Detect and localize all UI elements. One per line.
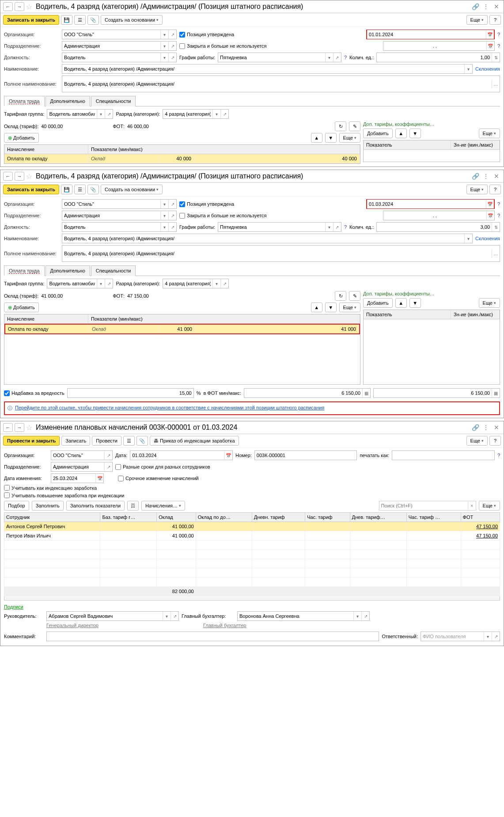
favorite-icon[interactable]: ☆ (26, 424, 32, 432)
save-button[interactable]: 💾 (61, 185, 72, 194)
doc-date-field[interactable]: 📅 (130, 450, 233, 460)
down-button[interactable]: ▼ (409, 129, 421, 138)
more-button[interactable]: Еще (466, 436, 488, 446)
table-button[interactable]: ☶ (127, 501, 139, 511)
col-header[interactable]: ФОТ (461, 513, 500, 522)
attach-button[interactable]: 📎 (136, 436, 148, 446)
calc-icon[interactable]: ▦ (492, 389, 500, 397)
dropdown-icon[interactable]: ▾ (97, 110, 105, 118)
more-icon[interactable]: ⋮ (481, 424, 490, 431)
idx-check[interactable]: Учитывать как индексацию заработка (4, 485, 97, 491)
qty-field[interactable]: ⇅ (376, 53, 500, 62)
col-header[interactable]: Сотрудник (4, 513, 100, 522)
accruals-button[interactable]: Начисления… (141, 501, 185, 511)
back-button[interactable]: ← (3, 423, 13, 432)
tab-pay[interactable]: Оплата труда (4, 265, 45, 276)
save-button[interactable]: 💾 (61, 15, 72, 25)
accountant-field[interactable]: ▾↗ (237, 611, 370, 621)
doc-button[interactable]: ☰ (74, 15, 86, 25)
accountant-pos-link[interactable]: Главный бухгалтер (203, 623, 246, 628)
closed-check[interactable]: Закрыта и больше не используется (179, 43, 267, 49)
approved-check[interactable]: Позиция утверждена (179, 201, 234, 207)
create-based-button[interactable]: Создать на основании (101, 15, 163, 25)
add-extra-button[interactable]: Добавить (363, 298, 393, 308)
diff-dates-check[interactable]: Разные сроки для разных сотрудников (115, 464, 210, 470)
more-button[interactable]: Еще (466, 185, 488, 194)
col-header[interactable]: Баз. тариф г… (100, 513, 157, 522)
up-button[interactable]: ▲ (395, 129, 407, 138)
close-icon[interactable]: ✕ (492, 424, 501, 431)
dept-field[interactable]: ▾↗ (62, 41, 177, 51)
open-icon[interactable]: ↗ (168, 42, 176, 50)
stepper-icon[interactable]: ⇅ (492, 53, 500, 62)
col-header[interactable]: Дневн. тариф (252, 513, 305, 522)
help-link[interactable]: ? (497, 43, 500, 49)
fullname-field[interactable]: … (62, 76, 500, 92)
fullname-field[interactable]: … (62, 245, 500, 262)
forward-button[interactable]: → (15, 2, 24, 11)
dept-field[interactable]: ↗ (51, 462, 113, 472)
attach-button[interactable]: 📎 (87, 15, 99, 25)
open-icon[interactable]: ↗ (220, 110, 228, 118)
close-icon[interactable]: ✕ (492, 3, 501, 11)
back-button[interactable]: ← (3, 172, 13, 181)
tab-spec[interactable]: Специальности (91, 265, 136, 276)
refresh-button[interactable]: ↻ (335, 121, 346, 131)
idx2-check[interactable]: Учитывать повышение заработка при индекс… (4, 492, 124, 498)
declension-link[interactable]: Склонения (475, 236, 500, 241)
save-close-button[interactable]: Записать и закрыть (3, 15, 59, 25)
forward-button[interactable]: → (15, 423, 24, 432)
print-button[interactable]: 🖶 Приказ об индексации заработка (150, 436, 239, 446)
link-icon[interactable]: 🔗 (471, 424, 480, 431)
col-header[interactable]: Час. тариф (305, 513, 350, 522)
up-button[interactable]: ▲ (311, 133, 322, 143)
more-button[interactable]: Еще (479, 129, 500, 138)
urgent-check[interactable]: Срочное изменение начислений (118, 476, 199, 481)
more-button[interactable]: Еще (339, 303, 360, 312)
manager-field[interactable]: ▾↗ (46, 611, 179, 621)
add-extra-button[interactable]: Добавить (363, 129, 393, 138)
stepper-icon[interactable]: ⇅ (492, 223, 500, 231)
help-button[interactable]: ? (489, 436, 501, 446)
down-button[interactable]: ▼ (325, 303, 337, 312)
approved-check[interactable]: Позиция утверждена (179, 32, 234, 38)
table-row[interactable]: Петров Иван Ильич41 000,0047 150,00 (4, 531, 500, 541)
col-header[interactable]: Оклад по до… (196, 513, 252, 522)
calendar-icon[interactable]: 📅 (486, 30, 494, 39)
clear-icon[interactable]: × (468, 501, 476, 510)
calendar-icon[interactable]: 📅 (224, 451, 232, 460)
post-button[interactable]: Провести (92, 436, 121, 446)
add-button[interactable]: ⊕ Добавить (4, 133, 39, 143)
col-header[interactable]: Оклад (157, 513, 196, 522)
calendar-icon[interactable]: 📅 (486, 200, 494, 208)
harm-check[interactable]: Надбавка за вредность (4, 390, 64, 396)
signatures-link[interactable]: Подписи (4, 604, 23, 609)
save-button[interactable]: Записать (61, 436, 90, 446)
date-field[interactable]: 📅 (366, 199, 495, 209)
dropdown-icon[interactable]: ▾ (464, 64, 472, 73)
tgroup-field[interactable]: ▾↗ (47, 279, 113, 288)
more-button[interactable]: Еще (339, 133, 360, 143)
sync-link[interactable]: Перейдите по этой ссылке, чтобы привести… (15, 405, 324, 410)
search-field[interactable]: × (379, 501, 476, 511)
printas-field[interactable] (392, 450, 495, 460)
fill-button[interactable]: Заполнить (32, 501, 64, 511)
favorite-icon[interactable]: ☆ (26, 3, 32, 11)
extra-grid[interactable]: ПоказательЗн-ие (мин./макс) (363, 310, 500, 385)
tab-additional[interactable]: Дополнительно (45, 96, 90, 106)
more-icon[interactable]: ⋮ (481, 3, 490, 11)
fill-ind-button[interactable]: Заполнить показатели (66, 501, 125, 511)
more-button[interactable]: Еще (466, 15, 488, 25)
edit-button[interactable]: ✎ (349, 121, 360, 131)
edit-button[interactable]: ✎ (349, 291, 360, 301)
open-icon[interactable]: ↗ (333, 53, 341, 62)
open-icon[interactable]: ↗ (105, 110, 113, 118)
help-link[interactable]: ? (497, 32, 500, 37)
grid-row[interactable]: Оплата по окладуОклад40 00040 000 (4, 154, 360, 163)
tab-pay[interactable]: Оплата труда (4, 96, 45, 106)
declension-link[interactable]: Склонения (475, 66, 500, 72)
up-button[interactable]: ▲ (311, 303, 322, 312)
comment-field[interactable] (46, 632, 379, 641)
col-header[interactable]: Час. тариф … (406, 513, 461, 522)
closed-check[interactable]: Закрыта и больше не используется (179, 213, 267, 219)
